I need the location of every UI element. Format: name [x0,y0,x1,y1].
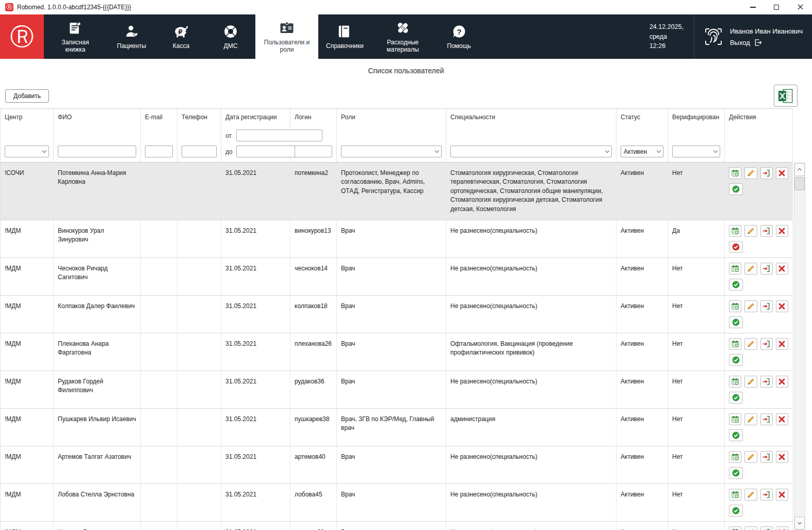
column-header-phone[interactable]: Телефон [177,109,221,162]
verify-button[interactable] [729,241,743,253]
table-row[interactable]: !МДМКолпаков Далер Фаилевич31.05.2021кол… [1,296,793,333]
schedule-button[interactable] [729,167,741,179]
edit-button[interactable] [744,338,757,350]
maximize-button[interactable] [765,0,788,14]
column-header-center[interactable]: Центр [1,109,54,162]
schedule-button[interactable] [729,376,741,388]
verify-button[interactable] [729,316,743,328]
table-row[interactable]: !МДМПлеханова Анара Фаргатовна31.05.2021… [1,333,793,371]
edit-button[interactable] [744,300,757,312]
column-header-reg-date[interactable]: Дата регистрацииотдо [221,109,290,162]
login-as-button[interactable] [760,526,773,530]
column-header-actions[interactable]: Действия [725,109,793,162]
edit-button[interactable] [744,526,757,530]
filter-input-email[interactable] [145,146,173,157]
table-row[interactable]: !МДМПушкарев Ильвир Исаевич31.05.2021пуш… [1,409,793,446]
schedule-button[interactable] [729,451,741,463]
column-header-status[interactable]: СтатусАктивен [616,109,668,162]
filter-select-status[interactable]: Активен [621,146,663,157]
verify-button[interactable] [729,279,743,291]
delete-button[interactable] [776,225,788,237]
filter-select-verified[interactable] [672,146,720,157]
nav-item-directories[interactable]: Справочники [318,14,371,59]
verify-button[interactable] [729,467,743,479]
login-as-button[interactable] [760,167,773,179]
schedule-button[interactable] [729,225,741,237]
edit-button[interactable] [744,225,757,237]
delete-button[interactable] [776,413,788,425]
column-header-fio[interactable]: ФИО [54,109,141,162]
column-header-email[interactable]: E-mail [141,109,177,162]
column-header-login[interactable]: Логин [290,109,337,162]
filter-select-center[interactable] [5,146,49,157]
delete-button[interactable] [776,376,788,388]
column-header-roles[interactable]: Роли [337,109,446,162]
edit-button[interactable] [744,263,757,275]
delete-button[interactable] [776,300,788,312]
verify-button[interactable] [729,505,743,517]
schedule-button[interactable] [729,263,741,275]
nav-item-dms[interactable]: ДМС [206,14,255,59]
schedule-button[interactable] [729,526,741,530]
login-as-button[interactable] [760,263,773,275]
filter-input-login[interactable] [295,146,332,157]
export-excel-button[interactable] [774,85,798,107]
login-as-button[interactable] [760,451,773,463]
delete-button[interactable] [776,338,788,350]
vertical-scrollbar[interactable] [794,163,805,530]
close-button[interactable] [788,0,812,14]
add-user-button[interactable]: Добавить [5,89,49,103]
delete-button[interactable] [776,167,788,179]
edit-button[interactable] [744,376,757,388]
delete-button[interactable] [776,451,788,463]
schedule-button[interactable] [729,489,741,501]
delete-button[interactable] [776,263,788,275]
login-as-button[interactable] [760,489,773,501]
login-as-button[interactable] [760,413,773,425]
table-row[interactable]: !МДМАртемов Талгат Азатович31.05.2021арт… [1,446,793,484]
delete-button[interactable] [776,489,788,501]
table-row[interactable]: !МДМВинокуров Урал Зинурович31.05.2021ви… [1,220,793,258]
scroll-thumb[interactable] [794,177,805,190]
edit-button[interactable] [744,413,757,425]
verify-button[interactable] [729,429,743,441]
login-as-button[interactable] [760,225,773,237]
schedule-button[interactable] [729,300,741,312]
table-row[interactable]: !МДМЧулкова Гиляна31.05.2021чулкова62Вра… [1,522,793,530]
table-row[interactable]: !СОЧИПотемкина Анна-Мария Карловна31.05.… [1,163,793,220]
robomed-logo[interactable]: Ⓡ [0,14,44,59]
schedule-button[interactable] [729,338,741,350]
filter-select-specialties[interactable] [450,146,612,157]
filter-select-roles[interactable] [341,146,442,157]
verify-button[interactable] [729,183,743,195]
delete-button[interactable] [776,526,788,530]
column-header-verified[interactable]: Верифицирован [668,109,725,162]
table-row[interactable]: !МДМЛобова Стелла Эрнстовна31.05.2021лоб… [1,484,793,522]
nav-item-patients[interactable]: Пациенты [107,14,156,59]
schedule-button[interactable] [729,413,741,425]
nav-item-notebook[interactable]: Записная книжка [44,14,107,59]
nav-item-help[interactable]: ?Помощь [434,14,484,59]
edit-button[interactable] [744,167,757,179]
verify-button[interactable] [729,354,743,366]
login-as-button[interactable] [760,376,773,388]
table-row[interactable]: !МДМЧесноков Ричард Сагитович31.05.2021ч… [1,258,793,296]
edit-button[interactable] [744,451,757,463]
filter-input-fio[interactable] [58,146,136,157]
minimize-button[interactable] [741,0,765,14]
nav-item-users-roles[interactable]: Пользователи и роли [255,14,318,59]
fingerprint-icon[interactable] [704,27,723,46]
login-as-button[interactable] [760,300,773,312]
nav-item-consumables[interactable]: Расходные материалы [371,14,434,59]
table-row[interactable]: !МДМРудаков Гордей Филиппович31.05.2021р… [1,371,793,409]
logout-button[interactable]: Выход [730,39,803,46]
login-as-button[interactable] [760,338,773,350]
nav-item-kassa[interactable]: ₽Касса [156,14,206,59]
scroll-down-button[interactable] [794,517,805,529]
edit-button[interactable] [744,489,757,501]
close-icon [798,4,803,11]
scroll-up-button[interactable] [794,163,805,176]
filter-input-phone[interactable] [182,146,217,157]
column-header-specialties[interactable]: Специальности [446,109,616,162]
verify-button[interactable] [729,392,743,404]
